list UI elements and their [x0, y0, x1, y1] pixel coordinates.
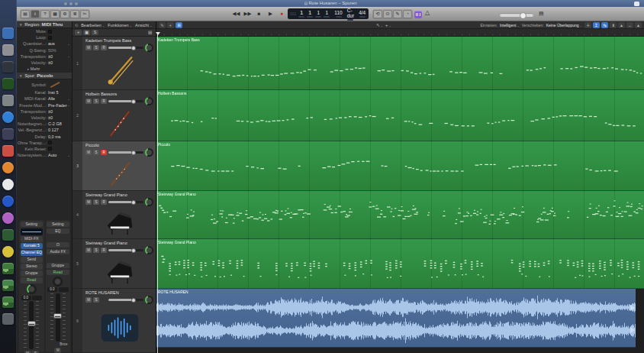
- volume-fader[interactable]: [29, 301, 34, 349]
- lcd-display[interactable]: 001 1 1 1 1 110 C-dur 4/4 ⌄: [288, 8, 369, 19]
- parameter-value[interactable]: [48, 80, 62, 89]
- dock-icon[interactable]: [2, 28, 14, 39]
- track-volume-slider[interactable]: [108, 100, 143, 102]
- audio-fx-slot[interactable]: Channel EQ: [21, 250, 43, 256]
- toolbar-icon[interactable]: ▦: [50, 10, 60, 18]
- track-header[interactable]: 1 Kadetten Trumpets Bass M S R: [72, 37, 156, 90]
- volume-fader[interactable]: [56, 293, 60, 342]
- arrange-tool-icon[interactable]: ✎: [159, 22, 166, 28]
- solo-button[interactable]: S: [93, 297, 99, 303]
- region[interactable]: Kadetten Trumpets Bass: [156, 37, 644, 90]
- instrument-slot[interactable]: Kontakt 5: [21, 243, 43, 249]
- lcd-mode-chevron-icon[interactable]: ⌄: [368, 11, 371, 16]
- parameter-value[interactable]: ±0: [48, 60, 53, 65]
- solo-button[interactable]: S: [93, 248, 99, 253]
- dock-icon[interactable]: [2, 95, 14, 106]
- track-stack-button[interactable]: ▣: [83, 30, 90, 36]
- playhead[interactable]: [157, 34, 158, 353]
- solo-button[interactable]: S: [93, 199, 99, 205]
- dock-icon[interactable]: [2, 78, 14, 89]
- toolbar-icon[interactable]: ▤: [21, 10, 30, 18]
- checkbox[interactable]: [48, 141, 52, 144]
- region[interactable]: Holbein Bassons: [156, 90, 644, 141]
- record-enable-button[interactable]: R: [101, 199, 107, 205]
- eq-slot[interactable]: EQ: [47, 228, 69, 235]
- parameter-row[interactable]: Vel.-Begrenz...: 0 127: [17, 127, 72, 133]
- zoom-control-icon[interactable]: ⬍: [610, 22, 617, 28]
- dock-icon[interactable]: [2, 246, 14, 257]
- parameter-row[interactable]: Velocity: ±0: [17, 60, 72, 66]
- parameter-value[interactable]: 50%: [48, 48, 56, 53]
- region[interactable]: Piccolo: [156, 141, 644, 191]
- checkbox[interactable]: [48, 36, 52, 40]
- mute-button[interactable]: M: [85, 99, 92, 104]
- window-titlebar[interactable]: Rote Husaren – Spuren: [17, 0, 644, 7]
- solo-button[interactable]: S: [93, 150, 99, 155]
- midi-fx-slot[interactable]: MIDI-FX: [21, 236, 43, 242]
- display-mode-icon[interactable]: ▤: [539, 11, 544, 17]
- volume-readout[interactable]: 0.0: [47, 287, 57, 292]
- parameter-row[interactable]: Velocity: ±0: [17, 115, 72, 121]
- track-pan-knob[interactable]: [145, 198, 153, 206]
- solo-button[interactable]: S: [93, 99, 99, 104]
- zoom-control-icon[interactable]: ↹: [601, 22, 608, 28]
- region[interactable]: ROTE HUSAREN: [156, 289, 636, 348]
- arrange-tool-icon[interactable]: ⊞: [175, 22, 182, 28]
- region-inspector-header[interactable]: ▼ Region: MIDI Thru: [17, 21, 72, 28]
- parameter-row[interactable]: Transposition: ±0: [17, 53, 72, 60]
- fader-thumb[interactable]: [53, 313, 62, 319]
- dock-icon[interactable]: [2, 145, 14, 157]
- toolbar-icon[interactable]: ✂: [80, 10, 89, 18]
- parameter-row[interactable]: Transposition: ±0: [17, 108, 72, 115]
- parameter-value[interactable]: Alle: [48, 96, 55, 101]
- region[interactable]: Steinway Grand Piano: [156, 239, 644, 289]
- output-slot[interactable]: Stereo: [21, 264, 43, 270]
- parameter-row[interactable]: Freeze-Mod...: Pre-Fader: [17, 102, 72, 108]
- solo-button[interactable]: S: [93, 45, 99, 50]
- dock-icon[interactable]: [2, 263, 14, 274]
- dock-icon[interactable]: [2, 229, 14, 241]
- menubar-icon[interactable]: [634, 2, 639, 6]
- mode-icon[interactable]: ✎: [393, 10, 402, 18]
- parameter-value[interactable]: Pre-Fader: [48, 103, 67, 108]
- parameter-row[interactable]: Quantisier...: aus: [17, 40, 72, 47]
- snap-dropdown[interactable]: Intelligent: [500, 23, 520, 28]
- audio-fx-slot[interactable]: Audio FX: [47, 249, 69, 255]
- command-tool-menu[interactable]: +: [385, 23, 391, 28]
- pan-knob[interactable]: [27, 284, 37, 294]
- midi-input-badge[interactable]: [414, 11, 422, 18]
- transport-button[interactable]: ◀◀: [232, 10, 240, 18]
- toolbar-icon[interactable]: ?: [40, 10, 50, 18]
- parameter-row[interactable]: Delay: 0,0 ms: [17, 133, 72, 139]
- toolbar-icon[interactable]: i: [31, 10, 40, 18]
- zoom-control-icon[interactable]: Σ: [593, 22, 600, 28]
- dock-icon[interactable]: [2, 162, 14, 173]
- track-inspector-header[interactable]: ▼ Spur: Piccolo: [17, 73, 72, 79]
- setting-button[interactable]: Setting: [47, 222, 69, 228]
- pan-knob[interactable]: [53, 277, 63, 287]
- mute-button[interactable]: M: [54, 348, 61, 353]
- transport-button[interactable]: ■: [255, 10, 263, 18]
- dock-icon[interactable]: [2, 128, 14, 140]
- mode-icon[interactable]: ⟲: [373, 10, 382, 18]
- record-enable-button[interactable]: R: [101, 150, 107, 155]
- track-pan-knob[interactable]: [145, 246, 153, 254]
- arrange-tool-icon[interactable]: ⌖: [167, 22, 174, 28]
- mode-icon[interactable]: ⊙: [383, 10, 392, 18]
- track-header[interactable]: 5 Steinway Grand Piano M S R: [72, 239, 156, 289]
- dock-icon[interactable]: [2, 112, 14, 123]
- menu-item[interactable]: Funktionen: [108, 23, 132, 28]
- pointer-tool-menu[interactable]: ↖: [376, 23, 383, 28]
- send-slot[interactable]: Send: [21, 257, 43, 263]
- mode-icon[interactable]: ◔: [403, 10, 412, 18]
- track-header[interactable]: 2 Holbein Bassons M S R: [72, 90, 156, 141]
- mute-button[interactable]: M: [85, 199, 92, 205]
- dock-icon[interactable]: [2, 196, 14, 207]
- parameter-value[interactable]: ±0: [48, 115, 53, 120]
- parameter-row[interactable]: MIDI-Kanal: Alle: [17, 96, 72, 102]
- group-slot[interactable]: Gruppe: [47, 263, 69, 269]
- metronome-icon[interactable]: △: [425, 9, 430, 16]
- parameter-value[interactable]: ±0: [48, 54, 53, 59]
- track-pan-knob[interactable]: [145, 148, 153, 157]
- parameter-value[interactable]: aus: [48, 41, 55, 46]
